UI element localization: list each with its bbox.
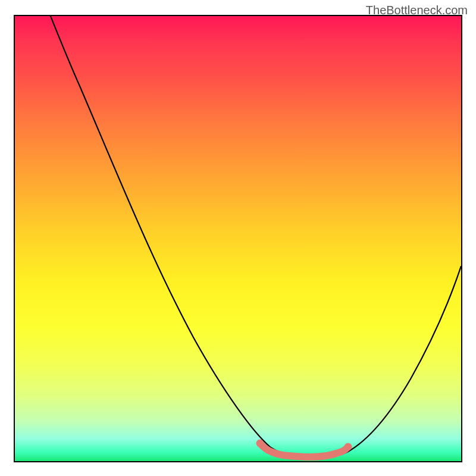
highlight-dot-left bbox=[256, 440, 264, 447]
optimal-range-highlight-line bbox=[260, 443, 348, 457]
plot-area bbox=[14, 15, 462, 462]
bottleneck-curve-line bbox=[15, 16, 461, 458]
chart-svg bbox=[15, 16, 461, 461]
watermark-text: TheBottleneck.com bbox=[366, 4, 468, 17]
highlight-dot-right bbox=[345, 443, 352, 451]
